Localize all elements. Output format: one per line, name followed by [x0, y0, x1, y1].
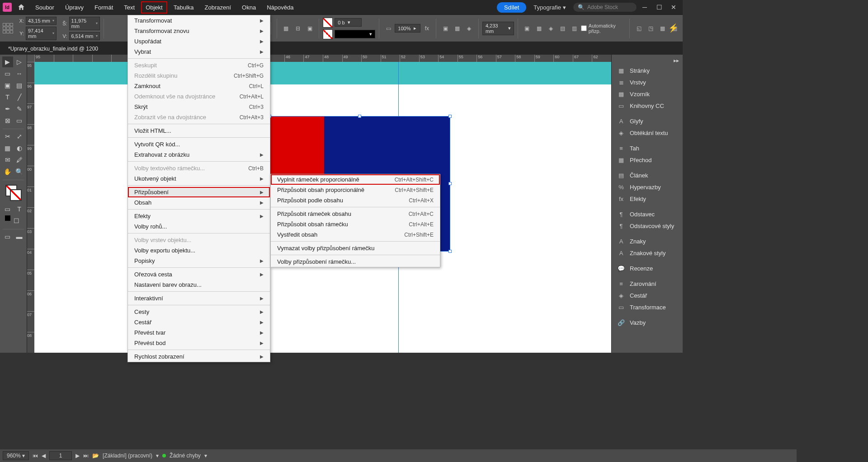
menu-item[interactable]: Volby rohů...	[128, 221, 270, 232]
rectangle-tool-icon[interactable]: ▭	[14, 115, 25, 126]
zoom-tool-icon[interactable]: 🔍	[14, 166, 25, 177]
menu-item[interactable]: Přizpůsobit obsah rámečkuCtrl+Alt+E	[271, 219, 440, 229]
distribute-icon[interactable]: ⊟	[292, 23, 303, 34]
menu-item[interactable]: Vyplnit rámeček proporcionálněCtrl+Alt+S…	[271, 174, 440, 185]
share-button[interactable]: Sdílet	[497, 2, 526, 13]
panel-review[interactable]: 💬Recenze	[612, 262, 683, 274]
type-tool-icon[interactable]: T	[2, 92, 13, 103]
drop-shadow-icon[interactable]: ◳	[646, 23, 656, 34]
workspace-switcher[interactable]: Typografie ▾	[533, 4, 566, 11]
menu-item[interactable]: Vymazat volby přizpůsobení rámečku	[271, 243, 440, 253]
menu-item[interactable]: Obsah▶	[128, 197, 270, 208]
align-icon[interactable]: ▦	[281, 23, 292, 34]
panel-pstyles[interactable]: ¶Odstavcové styly	[612, 220, 683, 232]
menu-item[interactable]: Přizpůsobit obsah proporcionálněCtrl+Alt…	[271, 185, 440, 195]
stroke-style-field[interactable]: ▾	[335, 30, 375, 38]
menu-upravy[interactable]: Úpravy	[61, 1, 88, 14]
hand-tool-icon[interactable]: ✋	[2, 166, 13, 177]
gradient-swatch-tool-icon[interactable]: ▦	[2, 143, 13, 154]
apply-color-icon[interactable]	[5, 215, 10, 221]
group-icon[interactable]: ▣	[304, 23, 315, 34]
panel-swatches[interactable]: ▩Vzorník	[612, 88, 683, 100]
note-tool-icon[interactable]: ✉	[2, 154, 13, 165]
panel-cc[interactable]: ▭Knihovny CC	[612, 100, 683, 112]
text-wrap-shape-icon[interactable]: ◈	[464, 23, 475, 34]
gradient-feather-tool-icon[interactable]: ◐	[14, 143, 25, 154]
menu-item[interactable]: Transformovat znovu▶	[128, 26, 270, 36]
window-maximize-button[interactable]: ☐	[653, 3, 665, 12]
apply-none-icon[interactable]: ☐	[11, 215, 22, 226]
menu-okna[interactable]: Okna	[237, 1, 260, 14]
panel-stroke[interactable]: ≡Tah	[612, 142, 683, 154]
fill-stroke-color[interactable]	[5, 185, 22, 201]
panel-layers[interactable]: ≣Vrstvy	[612, 76, 683, 88]
panel-transform[interactable]: ▭Transformace	[612, 301, 683, 313]
stroke-swatch-icon[interactable]	[323, 29, 333, 39]
content-placer-tool-icon[interactable]: ▤	[14, 80, 25, 91]
menu-objekt[interactable]: Objekt	[141, 1, 167, 14]
menu-item[interactable]: Rychlost zobrazení▶	[128, 351, 270, 362]
gap-tool-icon[interactable]: ↔	[14, 68, 25, 79]
pencil-tool-icon[interactable]: ✎	[14, 103, 25, 114]
menu-item[interactable]: Nastavení barev obrazu...	[128, 280, 270, 290]
fit-content-icon[interactable]: ▣	[522, 23, 533, 34]
corner-icon[interactable]: ◱	[633, 23, 644, 34]
line-tool-icon[interactable]: ╱	[14, 92, 25, 103]
panel-glyphs[interactable]: AGlyfy	[612, 115, 683, 127]
menu-item[interactable]: SkrýtCtrl+3	[128, 102, 270, 112]
menu-item[interactable]: Volby přizpůsobení rámečku...	[271, 257, 440, 267]
fill-swatch-icon[interactable]	[323, 18, 333, 28]
home-icon[interactable]	[17, 3, 25, 11]
opacity-field[interactable]: 100%▸	[395, 24, 420, 33]
adobe-stock-search[interactable]: 🔍 Adobe Stock	[573, 3, 637, 12]
menu-item[interactable]: Převést bod▶	[128, 338, 270, 348]
y-field[interactable]: 97,414 mm▾	[26, 27, 57, 40]
collapse-dock-icon[interactable]: ▸▸	[674, 57, 679, 64]
window-close-button[interactable]: ✕	[667, 3, 680, 12]
center-content-icon[interactable]: ▥	[569, 23, 580, 34]
document-tab[interactable]: *Upravy_obrazku_finale.indd @ 1200	[4, 43, 106, 54]
panel-wrap[interactable]: ◈Obtékání textu	[612, 127, 683, 139]
selection-tool-icon[interactable]: ▶	[2, 56, 13, 67]
menu-item[interactable]: Ořezová cesta▶	[128, 269, 270, 280]
content-collector-tool-icon[interactable]: ▣	[2, 80, 13, 91]
rectangle-frame-tool-icon[interactable]: ⊠	[2, 115, 13, 126]
menu-tabulka[interactable]: Tabulka	[169, 1, 198, 14]
direct-selection-tool-icon[interactable]: ▷	[14, 56, 25, 67]
panel-links[interactable]: %Hypervazby	[612, 181, 683, 193]
menu-item[interactable]: Přizpůsobit podle obsahuCtrl+Alt+X	[271, 195, 440, 205]
effects-icon[interactable]: ▭	[383, 23, 394, 34]
menu-item[interactable]: Cestář▶	[128, 317, 270, 327]
menu-item[interactable]: Vytvořit QR kód...	[128, 139, 270, 149]
menu-item[interactable]: ZamknoutCtrl+L	[128, 81, 270, 91]
menu-item[interactable]: Vystředit obsahCtrl+Shift+E	[271, 229, 440, 240]
formatting-text-icon[interactable]: T	[14, 204, 25, 215]
fit-prop-icon[interactable]: ▤	[557, 23, 568, 34]
eyedropper-tool-icon[interactable]: 🖉	[14, 154, 25, 165]
panel-pages[interactable]: ▦Stránky	[612, 65, 683, 76]
menu-item[interactable]: Ukotvený objekt▶	[128, 173, 270, 184]
text-wrap-none-icon[interactable]: ▣	[440, 23, 451, 34]
autofit-checkbox[interactable]	[581, 25, 587, 31]
menu-text[interactable]: Text	[119, 1, 139, 14]
text-wrap-bounding-icon[interactable]: ▦	[452, 23, 463, 34]
menu-item[interactable]: Volby exportu objektu...	[128, 245, 270, 256]
menu-item[interactable]: Vložit HTML...	[128, 126, 270, 136]
panel-gradient[interactable]: ▦Přechod	[612, 154, 683, 166]
free-transform-tool-icon[interactable]: ⤢	[14, 131, 25, 142]
quick-apply-icon[interactable]: ⚡	[668, 23, 678, 33]
w-field[interactable]: 11,975 mm▾	[69, 17, 100, 30]
menu-item[interactable]: Cesty▶	[128, 307, 270, 317]
panel-pathfinder[interactable]: ◈Cestář	[612, 289, 683, 301]
menu-item[interactable]: Transformovat▶	[128, 15, 270, 26]
menu-item[interactable]: Efekty▶	[128, 211, 270, 221]
tables-icon[interactable]: ▦	[657, 23, 668, 34]
window-minimize-button[interactable]: ─	[638, 3, 651, 12]
menu-item[interactable]: Extrahovat z obrázku▶	[128, 149, 270, 160]
menu-item[interactable]: Uspořádat▶	[128, 36, 270, 47]
normal-view-icon[interactable]: ▭	[2, 231, 13, 242]
menu-format[interactable]: Formát	[90, 1, 118, 14]
menu-item[interactable]: Převést tvar▶	[128, 327, 270, 338]
panel-story[interactable]: ▤Článek	[612, 169, 683, 181]
panel-para[interactable]: ¶Odstavec	[612, 208, 683, 220]
